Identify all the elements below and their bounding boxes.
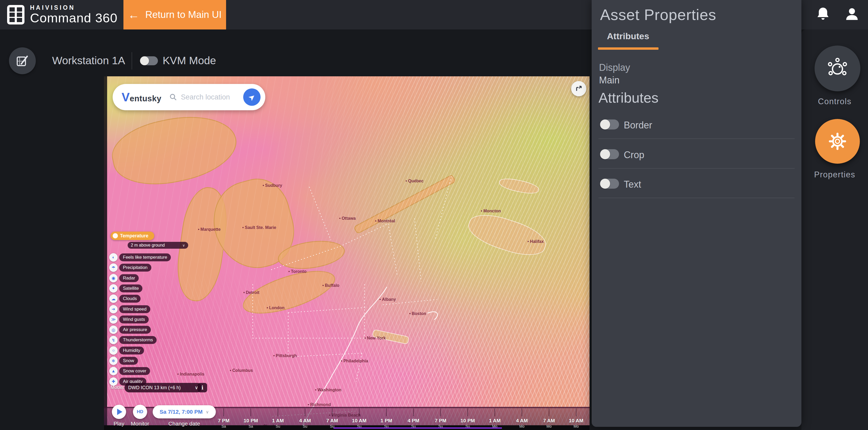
hd-icon: HD (137, 409, 144, 414)
user-account-button[interactable] (844, 6, 860, 22)
layer-icon: ➔ (109, 305, 118, 313)
level-label: 2 m above ground (131, 243, 165, 248)
city-label: Boston (409, 311, 426, 316)
layer-item[interactable]: ▲Snow cover (109, 367, 150, 375)
layer-item[interactable]: ◎Air pressure (109, 326, 151, 334)
layer-icon: ◐ (109, 253, 118, 262)
city-label: Montréal (375, 219, 395, 223)
kvm-mode-toggle[interactable] (140, 56, 158, 65)
layer-icon: ☁ (109, 295, 118, 303)
city-label: Québec (406, 179, 424, 183)
active-tab-underline (598, 48, 658, 50)
ventusky-logo: Ventusky (122, 91, 161, 103)
tab-attributes[interactable]: Attributes (607, 31, 649, 41)
layer-item[interactable]: ◉Radar (109, 274, 139, 282)
bell-icon (816, 7, 830, 21)
city-label: Toronto (288, 269, 307, 274)
search-input[interactable]: Search location (169, 93, 243, 101)
city-label: Buffalo (322, 283, 340, 288)
border-toggle[interactable] (600, 120, 619, 129)
city-label: Albany (379, 297, 396, 302)
kvm-mode-label: KVM Mode (163, 55, 216, 67)
monitor-label: Monitor (131, 421, 149, 427)
haivision-logo: HAIVISION Command 360 (6, 4, 117, 25)
layer-icon: ○ (109, 346, 118, 355)
change-date-button[interactable]: Sa 7/12, 7:00 PM ∨ (153, 405, 216, 419)
properties-button[interactable] (815, 119, 860, 164)
layer-icon: ≫ (109, 315, 118, 324)
active-layer-temperature[interactable]: Temperature (111, 232, 154, 240)
level-selector[interactable]: 2 m above ground ∨ (128, 242, 188, 249)
layer-pill-label: Air pressure (119, 326, 151, 334)
model-selector[interactable]: DWD ICON 13 km (+6 h) ∨ (124, 383, 202, 392)
layer-icon: ✦ (109, 284, 118, 293)
video-wall-logo-icon (6, 4, 25, 25)
play-label: Play (114, 421, 124, 427)
viewport-left-edge (104, 76, 107, 430)
crop-toggle-knob (600, 149, 610, 159)
layer-pill-label: Wind speed (119, 305, 150, 313)
city-label: Columbus (230, 368, 253, 373)
attributes-section-title: Attributes (598, 90, 658, 106)
asset-video-viewport[interactable]: MarquetteSault Ste. MarieSudburyOttawaMo… (104, 76, 590, 430)
layer-item[interactable]: ☁Clouds (109, 295, 141, 303)
fullscreen-button[interactable] (571, 81, 586, 96)
play-button[interactable] (112, 405, 126, 419)
layer-icon: ☂ (109, 264, 118, 272)
city-label: Richmond (308, 402, 331, 407)
ventusky-logo-text: entusky (130, 94, 162, 103)
city-label: Indianapolis (177, 372, 205, 376)
city-label: Detroit (243, 290, 259, 295)
city-label: London (267, 306, 284, 310)
row-divider (598, 139, 795, 139)
layer-item[interactable]: ☂Precipitation (109, 264, 151, 272)
locate-button[interactable]: ➤ (243, 88, 260, 106)
layer-item[interactable]: ○Humidity (109, 346, 144, 355)
city-label: New York (364, 336, 385, 340)
layer-item[interactable]: ↯Thunderstorms (109, 336, 157, 344)
layer-item[interactable]: ➔Wind speed (109, 305, 150, 313)
layer-icon: ◉ (109, 274, 118, 282)
brand-command360: Command 360 (30, 11, 117, 25)
layer-pill-label: Precipitation (119, 264, 151, 272)
layer-item[interactable]: ✦Satellite (109, 284, 143, 293)
crop-toggle[interactable] (600, 149, 619, 159)
return-to-main-ui-button[interactable]: ← Return to Main UI (123, 0, 226, 29)
layer-item[interactable]: ≫Wind gusts (109, 315, 149, 324)
text-toggle[interactable] (600, 179, 619, 189)
edit-workstation-button[interactable] (9, 48, 36, 74)
user-icon (845, 7, 859, 21)
timeline-progress-line (334, 427, 502, 429)
hd-quality-button[interactable]: HD (133, 405, 147, 419)
ventusky-search-bar[interactable]: Ventusky Search location ➤ (113, 84, 265, 110)
notifications-button[interactable] (815, 6, 831, 22)
city-label: Moncton (481, 209, 501, 213)
controls-trackball-icon (825, 56, 849, 81)
kvm-toggle-knob (140, 56, 149, 65)
back-arrow-icon: ← (128, 8, 140, 21)
controls-button[interactable] (814, 45, 860, 91)
city-label: Halifax (527, 239, 544, 244)
header-divider (132, 52, 132, 69)
layer-pill-label: Wind gusts (119, 315, 149, 324)
layer-item[interactable]: ❄Snow (109, 357, 138, 365)
chevron-down-icon: ∨ (182, 243, 185, 247)
layer-item[interactable]: ◐Feels like temperature (109, 253, 171, 262)
play-icon (117, 409, 122, 415)
map-borders-overlay (104, 76, 590, 430)
layer-pill-label: Feels like temperature (119, 253, 171, 261)
row-divider (598, 197, 795, 198)
model-info-button[interactable]: ℹ (198, 383, 207, 392)
change-date-label: Change date (168, 421, 200, 427)
layer-icon: ◎ (109, 326, 118, 334)
crop-label: Crop (624, 150, 644, 160)
edit-layout-icon (16, 54, 29, 68)
layer-icon: ▲ (109, 367, 118, 375)
display-value: Main (599, 75, 620, 86)
layer-pill-label: Humidity (119, 346, 144, 355)
brand-haivision: HAIVISION (30, 5, 117, 11)
city-label: Sudbury (263, 183, 282, 188)
attribute-row-text: Text (592, 179, 801, 189)
model-label: Model: (111, 385, 125, 390)
workstation-title: Workstation 1A (52, 55, 125, 67)
